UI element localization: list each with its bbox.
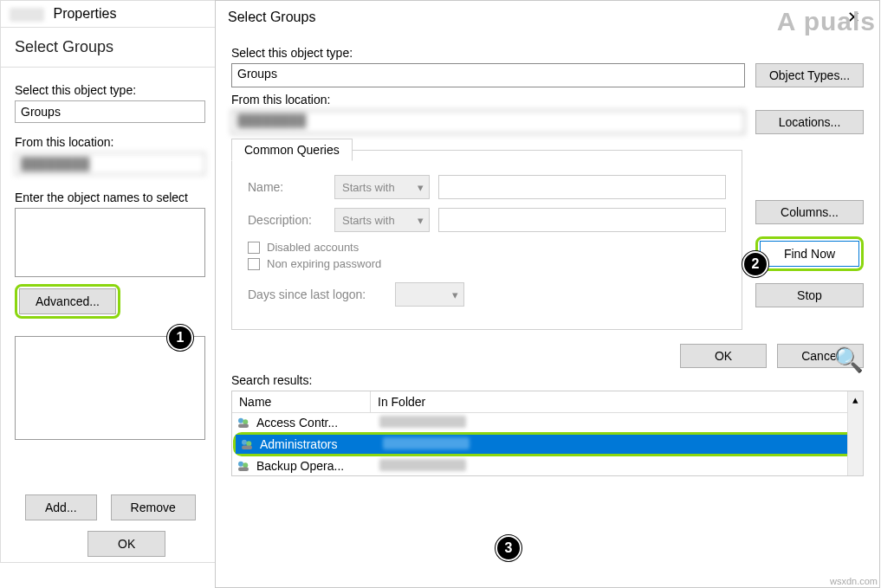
ok-button[interactable]: OK: [87, 531, 165, 557]
step-badge-1: 1: [167, 325, 193, 351]
svg-point-1: [243, 419, 248, 424]
svg-rect-8: [238, 468, 249, 472]
svg-point-4: [246, 441, 251, 446]
step-badge-2: 2: [742, 251, 768, 277]
highlight-administrators: Administrators: [233, 432, 862, 456]
svg-point-7: [243, 462, 248, 468]
columns-button[interactable]: Columns...: [755, 200, 864, 224]
svg-point-6: [238, 462, 243, 467]
dialog-titlebar: Select Groups ✕: [216, 1, 879, 34]
object-types-button[interactable]: Object Types...: [755, 63, 864, 87]
stop-button[interactable]: Stop: [755, 283, 864, 307]
row-folder: [374, 416, 863, 430]
desc-filter-mode-dropdown[interactable]: Starts with: [334, 208, 430, 232]
results-scrollbar[interactable]: ▴: [847, 391, 863, 475]
scroll-up-icon[interactable]: ▴: [852, 391, 858, 407]
fg-ok-button[interactable]: OK: [680, 344, 767, 368]
select-groups-dialog: Select Groups ✕ Select this object type:…: [215, 0, 880, 588]
close-icon[interactable]: ✕: [840, 8, 867, 27]
row-folder: [378, 437, 859, 452]
disabled-accounts-label: Disabled accounts: [267, 241, 359, 254]
name-filter-label: Name:: [248, 180, 326, 194]
disabled-accounts-checkbox[interactable]: [248, 242, 260, 254]
properties-title: Properties: [53, 6, 116, 21]
search-results-table: Name In Folder Access Contr...: [231, 391, 864, 476]
fg-object-type-label: Select this object type:: [231, 46, 864, 60]
step-badge-3: 3: [496, 535, 521, 561]
dialog-title: Select Groups: [228, 10, 315, 25]
locations-button[interactable]: Locations...: [755, 110, 864, 134]
members-list[interactable]: [15, 336, 205, 440]
svg-rect-5: [242, 446, 252, 450]
col-header-folder[interactable]: In Folder: [371, 391, 863, 412]
find-now-button[interactable]: Find Now: [760, 241, 859, 267]
desc-filter-label: Description:: [248, 213, 326, 227]
svg-point-3: [242, 440, 247, 445]
row-name: Backup Opera...: [255, 459, 374, 473]
table-row[interactable]: Backup Opera...: [232, 456, 863, 475]
days-since-dropdown[interactable]: [395, 282, 464, 307]
group-icon: [236, 458, 251, 474]
watermark: wsxdn.com: [830, 576, 878, 586]
row-name: Administrators: [258, 437, 378, 451]
row-folder: [374, 459, 863, 474]
tab-common-queries[interactable]: Common Queries: [231, 139, 353, 161]
col-header-name[interactable]: Name: [232, 391, 371, 412]
advanced-button[interactable]: Advanced...: [19, 288, 116, 314]
group-icon: [236, 415, 251, 430]
object-names-textarea[interactable]: [15, 208, 205, 277]
highlight-find-now: Find Now: [755, 236, 864, 271]
days-since-label: Days since last logon:: [248, 288, 386, 301]
svg-point-0: [238, 418, 243, 423]
highlight-advanced: Advanced...: [15, 284, 120, 319]
group-icon: [239, 436, 255, 452]
table-row[interactable]: Administrators: [236, 435, 859, 454]
fg-object-type-field[interactable]: Groups: [231, 63, 745, 87]
name-filter-mode-dropdown[interactable]: Starts with: [334, 175, 430, 199]
object-type-field[interactable]: Groups: [15, 100, 205, 123]
add-button[interactable]: Add...: [25, 494, 97, 520]
desc-filter-input[interactable]: [438, 208, 726, 232]
fg-location-field[interactable]: ████████: [231, 110, 745, 134]
non-expiring-checkbox[interactable]: [248, 258, 260, 270]
search-results-label: Search results:: [231, 373, 864, 387]
row-name: Access Contr...: [255, 416, 374, 430]
fg-location-label: From this location:: [231, 93, 864, 107]
name-filter-input[interactable]: [438, 175, 726, 199]
remove-button[interactable]: Remove: [111, 494, 196, 520]
non-expiring-label: Non expiring password: [267, 257, 381, 270]
blurred-text: [10, 8, 44, 22]
table-row[interactable]: Access Contr...: [232, 413, 863, 432]
svg-rect-2: [238, 424, 249, 429]
location-field[interactable]: ████████: [15, 152, 205, 175]
magnifier-icon: 🔍: [833, 346, 864, 374]
